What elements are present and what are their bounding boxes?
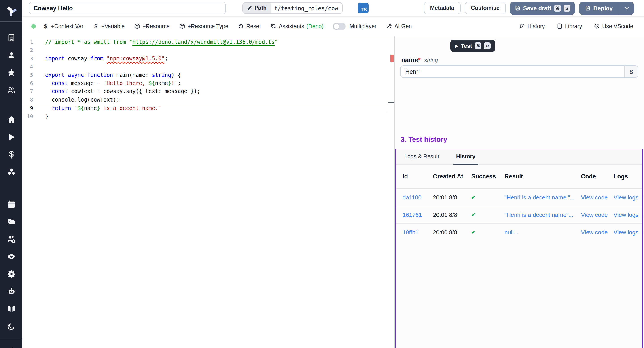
windmill-logo-icon[interactable] (4, 4, 18, 18)
ai-gen-button[interactable]: AI Gen (386, 23, 412, 29)
toolbar-item-label: +Resource Type (188, 23, 228, 29)
test-label: Test (461, 43, 472, 49)
context-var-button[interactable]: $+Context Var (42, 23, 84, 29)
sidebar-item-star[interactable] (0, 64, 22, 82)
resource-type-button[interactable]: +Resource Type (179, 23, 228, 29)
history-row: 19ffb120:00 8/8✔null...View codeView log… (396, 224, 642, 241)
created-at-value: 20:01 8/8 (433, 194, 471, 200)
tab-history[interactable]: History (454, 150, 478, 164)
sidebar-item-boxes[interactable] (0, 163, 22, 181)
path-input[interactable] (270, 3, 342, 14)
code-text: return `${name} is a decent name.` (45, 104, 162, 112)
resource-button[interactable]: +Resource (134, 23, 170, 29)
sidebar-group-admin (0, 196, 22, 300)
line-number: 9 (22, 104, 33, 112)
test-history-heading: 3. Test history (401, 136, 447, 144)
view-code-link[interactable]: View code (581, 211, 614, 218)
code-line-8: 8 console.log(cowText); (22, 96, 388, 104)
run-id-link[interactable]: 19ffb1 (402, 229, 433, 236)
dollar-sign-icon (7, 150, 16, 159)
toolbar-item-label: Library (565, 23, 582, 29)
view-logs-link[interactable]: View logs (614, 229, 642, 236)
code-line-1: 1// import * as wmill from "https://deno… (22, 38, 388, 46)
save-draft-label: Save draft (523, 5, 552, 12)
sidebar-item-gear[interactable] (0, 265, 22, 283)
sidebar-item-book-open[interactable] (0, 300, 22, 318)
play-icon: ▶ (455, 44, 458, 48)
line-number: 4 (22, 62, 33, 71)
sidebar-item-building[interactable] (0, 29, 22, 46)
variable-button[interactable]: $+Variable (93, 23, 124, 29)
calendar-icon (7, 200, 16, 208)
sidebar-expand-button[interactable] (0, 341, 22, 348)
line-number: 7 (22, 88, 33, 96)
view-logs-link[interactable]: View logs (614, 211, 642, 218)
insert-variable-button[interactable]: $ (624, 66, 638, 78)
cursor-overview-mark[interactable] (388, 102, 394, 103)
toolbar-item-label: Assistants (279, 23, 304, 29)
history-button[interactable]: History (519, 23, 545, 29)
building-icon (7, 34, 16, 42)
eye-icon (7, 252, 16, 261)
line-number: 1 (22, 38, 33, 46)
top-bar-actions: Metadata Customise Save draft ⌘S Deploy (424, 2, 634, 14)
sidebar-item-dollar-sign[interactable] (0, 146, 22, 163)
sidebar-item-calendar[interactable] (0, 196, 22, 213)
sidebar-item-users[interactable] (0, 82, 22, 99)
preview-panel: ▶ Test ⌘↵ name* string $ 3. Test history… (395, 36, 644, 348)
save-draft-button[interactable]: Save draft ⌘S (510, 2, 575, 14)
package-icon (134, 23, 140, 29)
path-edit-button[interactable]: Path (243, 3, 270, 14)
code-line-9: 9 return `${name} is a decent name.` (22, 104, 388, 112)
sidebar-item-home[interactable] (0, 111, 22, 128)
sidebar-item-moon[interactable] (0, 318, 22, 335)
test-history-panel: Logs & ResultHistory IdCreated AtSuccess… (395, 148, 643, 348)
run-id-link[interactable]: 161761 (402, 211, 433, 218)
sidebar-item-eye[interactable] (0, 248, 22, 265)
deploy-button[interactable]: Deploy (579, 2, 618, 14)
created-at-value: 20:01 8/8 (433, 211, 471, 218)
script-title-input[interactable] (28, 2, 226, 14)
sidebar-item-users-gear[interactable] (0, 230, 22, 248)
tab-logs-result[interactable]: Logs & Result (402, 150, 442, 164)
test-button[interactable]: ▶ Test ⌘↵ (450, 40, 495, 52)
folder-icon (7, 218, 16, 226)
arg-name: name (401, 56, 418, 64)
column-header-id: Id (402, 173, 433, 180)
customise-button[interactable]: Customise (465, 2, 506, 14)
pencil-icon (247, 5, 252, 11)
name-argument-input[interactable] (401, 66, 624, 78)
chevron-down-icon (624, 5, 630, 11)
user-icon (7, 51, 16, 60)
view-code-link[interactable]: View code (581, 194, 614, 200)
kbd-s: S (563, 5, 570, 12)
result-link[interactable]: "Henri is a decent name."... (504, 194, 581, 200)
sidebar-item-play[interactable] (0, 128, 22, 146)
result-link[interactable]: null... (504, 229, 581, 236)
code-line-4: 4 (22, 62, 388, 71)
reset-button[interactable]: Reset (238, 23, 261, 29)
sidebar-item-folder[interactable] (0, 213, 22, 230)
multiplayer-toggle[interactable] (333, 22, 346, 30)
home-icon (7, 116, 16, 124)
sidebar-item-bot[interactable] (0, 283, 22, 300)
use-vscode-button[interactable]: Use VScode (594, 23, 633, 29)
view-code-link[interactable]: View code (581, 229, 614, 236)
result-link[interactable]: "Henri is a decent name"... (504, 211, 581, 218)
dollar-icon: $ (42, 23, 49, 29)
code-text: // import * as wmill from "https://deno.… (45, 38, 278, 46)
metadata-button[interactable]: Metadata (424, 2, 460, 14)
assistants-button[interactable]: Assistants (Deno) (270, 23, 324, 29)
library-button[interactable]: Library (556, 23, 582, 29)
sidebar-item-user[interactable] (0, 46, 22, 64)
save-icon (515, 5, 520, 11)
code-editor[interactable]: 1// import * as wmill from "https://deno… (22, 36, 395, 348)
kbd-enter: ↵ (484, 42, 491, 49)
view-logs-link[interactable]: View logs (614, 194, 642, 200)
deploy-dropdown-button[interactable] (619, 2, 634, 14)
run-id-link[interactable]: da1100 (402, 194, 433, 200)
success-check-icon: ✔ (471, 194, 504, 200)
toggle-knob (334, 24, 339, 29)
deploy-label: Deploy (593, 5, 613, 12)
users-gear-icon (7, 235, 16, 243)
